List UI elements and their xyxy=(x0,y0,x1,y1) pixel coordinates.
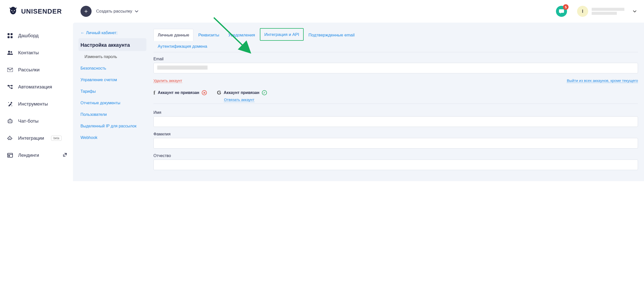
surname-label: Фамилия xyxy=(153,132,638,136)
back-link-text: Личный кабинет: xyxy=(86,31,117,35)
subnav-item-security[interactable]: Безопасность xyxy=(78,63,146,74)
sidebar-item-label: Рассылки xyxy=(18,67,39,73)
sidebar-item-landings[interactable]: Лендинги xyxy=(7,147,73,164)
mail-icon xyxy=(7,67,13,73)
dog-logo-icon xyxy=(8,6,19,17)
sidebar-item-label: Автоматизация xyxy=(18,84,52,90)
email-label: Email xyxy=(153,57,638,61)
sidebar-item-label: Интеграции xyxy=(18,135,44,141)
avatar: I xyxy=(577,6,588,17)
sidebar-item-automation[interactable]: Автоматизация xyxy=(7,78,73,95)
subnav-item-dedicated-ip[interactable]: Выделенный IP для рассылок xyxy=(78,120,146,132)
plus-icon[interactable]: + xyxy=(80,6,92,17)
sidebar-item-chatbots[interactable]: Чат-боты xyxy=(7,113,73,130)
subnav-item-reports[interactable]: Отчетные документы xyxy=(78,97,146,109)
sidebar-item-integrations[interactable]: Интеграции beta xyxy=(7,130,73,147)
automation-icon xyxy=(7,84,13,90)
sidebar-item-label: Дашборд xyxy=(18,33,38,38)
google-icon: G xyxy=(217,89,221,96)
tab-notifications[interactable]: Уведомления xyxy=(224,29,259,41)
sidebar: Дашборд Контакты Рассылки Автоматизация … xyxy=(0,23,73,181)
external-link-icon xyxy=(63,153,67,158)
personal-form: Email Удалить аккаунт Выйти из всех акка… xyxy=(153,52,638,170)
svg-rect-0 xyxy=(8,33,10,35)
tools-icon xyxy=(7,101,13,107)
delete-account-link[interactable]: Удалить аккаунт xyxy=(153,78,182,83)
tab-domain-auth[interactable]: Аутентификация домена xyxy=(153,42,212,52)
tab-verified-emails[interactable]: Подтвержденные email xyxy=(304,29,359,41)
contacts-icon xyxy=(7,50,13,56)
user-menu[interactable]: I xyxy=(577,6,636,17)
svg-point-16 xyxy=(10,119,11,119)
chat-badge: 5 xyxy=(563,4,569,10)
status-ok-icon: ✓ xyxy=(262,90,267,95)
field-patronymic: Отчество xyxy=(153,154,638,170)
social-accounts: f Аккаунт не привязан ✕ G Аккаунт привяз… xyxy=(153,89,638,104)
svg-point-8 xyxy=(11,85,13,86)
chat-button[interactable]: 5 xyxy=(556,6,567,17)
settings-subnav: ← Личный кабинет: Настройка аккаунта Изм… xyxy=(73,23,151,181)
email-input[interactable] xyxy=(153,63,638,73)
surname-input[interactable] xyxy=(153,138,638,148)
unlink-google-link[interactable]: Отвязать аккаунт xyxy=(224,97,254,102)
sidebar-item-label: Контакты xyxy=(18,50,39,56)
header: UNISENDER + Создать рассылку 5 I xyxy=(0,0,644,23)
status-x-icon: ✕ xyxy=(202,90,207,95)
sidebar-item-dashboard[interactable]: Дашборд xyxy=(7,27,73,44)
create-campaign[interactable]: + Создать рассылку xyxy=(80,6,138,17)
chat-icon xyxy=(559,9,564,14)
facebook-icon: f xyxy=(153,89,155,96)
facebook-status-text: Аккаунт не привязан xyxy=(158,90,199,95)
svg-point-14 xyxy=(11,121,11,122)
tab-requisites[interactable]: Реквизиты xyxy=(194,29,223,41)
subnav-item-billing[interactable]: Управление счетом xyxy=(78,74,146,86)
google-status-text: Аккаунт привязан xyxy=(224,90,259,95)
create-label[interactable]: Создать рассылку xyxy=(96,9,138,14)
field-email: Email xyxy=(153,57,638,73)
user-text xyxy=(592,8,624,15)
svg-point-13 xyxy=(9,121,10,122)
svg-rect-12 xyxy=(8,120,12,123)
svg-point-9 xyxy=(11,87,13,89)
facebook-block: f Аккаунт не привязан ✕ xyxy=(153,89,207,96)
field-name: Имя xyxy=(153,110,638,127)
arrow-left-icon: ← xyxy=(80,31,85,35)
chevron-down-icon xyxy=(633,10,636,12)
logout-others-link[interactable]: Выйти из всех аккаунов, кроме текущего xyxy=(567,78,638,83)
sidebar-item-label: Лендинги xyxy=(18,153,39,158)
chatbot-icon xyxy=(7,118,13,124)
sidebar-item-tools[interactable]: Инструменты xyxy=(7,95,73,113)
name-input[interactable] xyxy=(153,116,638,127)
sidebar-item-contacts[interactable]: Контакты xyxy=(7,44,73,61)
logo[interactable]: UNISENDER xyxy=(8,6,78,17)
patronymic-label: Отчество xyxy=(153,154,638,158)
svg-point-4 xyxy=(8,51,10,53)
sidebar-item-label: Инструменты xyxy=(18,101,48,107)
sidebar-item-label: Чат-боты xyxy=(18,118,38,124)
subnav-title: Настройка аккаунта xyxy=(78,38,146,51)
landing-icon xyxy=(7,152,13,158)
subnav-item-webhook[interactable]: Webhook xyxy=(78,132,146,143)
patronymic-input[interactable] xyxy=(153,160,638,170)
back-link[interactable]: ← Личный кабинет: xyxy=(78,30,146,36)
subnav-item-tariffs[interactable]: Тарифы xyxy=(78,86,146,97)
field-surname: Фамилия xyxy=(153,132,638,148)
svg-point-5 xyxy=(11,51,12,53)
svg-point-10 xyxy=(8,102,9,103)
tab-integration-api[interactable]: Интеграция и API xyxy=(260,28,304,41)
subnav-item-password[interactable]: Изменить пароль xyxy=(78,51,146,63)
brand-text: UNISENDER xyxy=(21,8,62,15)
svg-rect-2 xyxy=(8,36,10,38)
chevron-down-icon xyxy=(135,10,138,12)
main: ← Личный кабинет: Настройка аккаунта Изм… xyxy=(73,23,644,181)
tabs: Личные данные Реквизиты Уведомления Инте… xyxy=(153,28,638,52)
beta-badge: beta xyxy=(51,136,61,141)
sidebar-item-mail[interactable]: Рассылки xyxy=(7,61,73,78)
puzzle-icon xyxy=(7,135,13,141)
svg-rect-19 xyxy=(8,155,10,157)
tab-personal[interactable]: Личные данные xyxy=(153,29,193,41)
svg-rect-3 xyxy=(11,36,13,38)
subnav-item-users[interactable]: Пользователи xyxy=(78,109,146,120)
create-label-text: Создать рассылку xyxy=(96,9,132,14)
google-block: G Аккаунт привязан ✓ Отвязать аккаунт xyxy=(217,89,267,102)
